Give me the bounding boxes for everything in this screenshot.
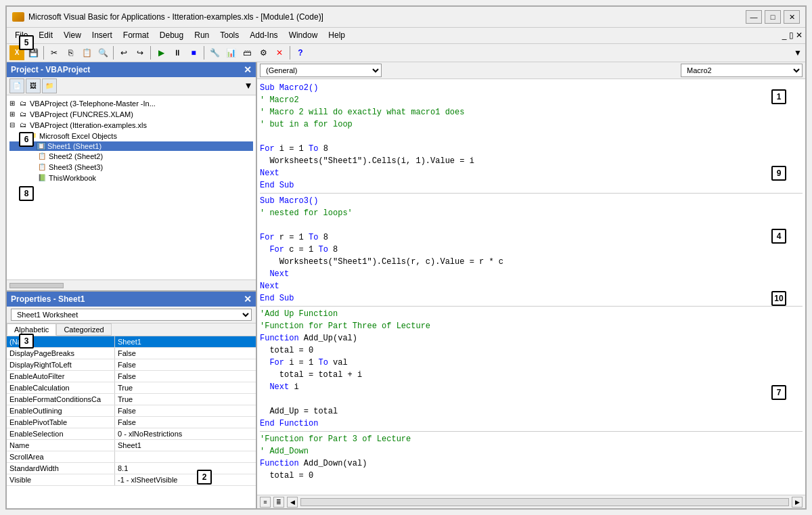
toolbar-btn-5[interactable]: 🔧 [207, 45, 222, 60]
code-sep-2 [260, 306, 803, 307]
toolbar-sep-2 [113, 46, 114, 60]
toolbar-btn-9[interactable]: ✕ [272, 45, 287, 60]
toolbar-pause-btn[interactable]: ⏸ [170, 45, 185, 60]
view-object-btn[interactable]: ≡ [260, 497, 271, 508]
props-val-standardwidth: 8.1 [115, 463, 256, 474]
close-button[interactable]: ✕ [784, 10, 800, 24]
props-key-displayrighttoleft: DisplayRightToLeft [7, 359, 115, 370]
toolbar-run-btn[interactable]: ▶ [154, 45, 168, 60]
proj-view-form-btn[interactable]: 🖼 [26, 79, 41, 93]
toolbar-scroll-btn[interactable]: ▼ [793, 45, 803, 60]
menu-addins[interactable]: Add-Ins [244, 29, 283, 41]
hscrollbar[interactable] [300, 498, 789, 506]
code-dropdown-general[interactable]: (General) [260, 64, 382, 77]
minimize-button[interactable]: — [746, 10, 762, 24]
project-scroll-btn[interactable]: ▼ [244, 79, 253, 93]
properties-panel: Properties - Sheet1 ✕ Sheet1 Worksheet A… [7, 292, 256, 508]
toolbar-redo-btn[interactable]: ↪ [133, 45, 148, 60]
sheet-icon-2: 📋 [37, 152, 47, 161]
toolbar-btn-8[interactable]: ⚙ [256, 45, 271, 60]
scroll-right-btn[interactable]: ▶ [792, 497, 803, 508]
tree-item-sheet3[interactable]: 📋 Sheet3 (Sheet3) [9, 162, 253, 173]
toolbar-find-btn[interactable]: 🔍 [95, 45, 110, 60]
tree-item-vbaproject1[interactable]: ⊞ 🗂 VBAProject (3-Telephone-Master -In..… [9, 98, 253, 109]
props-row-name2[interactable]: Name Sheet1 [7, 440, 256, 451]
props-row-displaypagebreaks[interactable]: DisplayPageBreaks False [7, 348, 256, 359]
menu-view[interactable]: View [58, 29, 87, 41]
props-val-enableselection: 0 - xlNoRestrictions [115, 428, 256, 439]
props-val-displaypagebreaks: False [115, 348, 256, 359]
code-bottom-bar: ≡ ≣ ◀ ▶ [257, 495, 805, 508]
restore-btn[interactable]: _ ▯ ✕ [782, 30, 803, 40]
properties-dropdown[interactable]: Sheet1 Worksheet [11, 309, 252, 321]
properties-panel-close[interactable]: ✕ [244, 294, 252, 305]
menu-window[interactable]: Window [284, 29, 323, 41]
props-tab-categorized[interactable]: Categorized [56, 323, 111, 336]
menu-debug[interactable]: Debug [154, 29, 189, 41]
menu-format[interactable]: Format [118, 29, 154, 41]
proj-toggle-folders-btn[interactable]: 📁 [42, 79, 57, 93]
scroll-left-btn[interactable]: ◀ [287, 497, 298, 508]
view-proc-btn[interactable]: ≣ [273, 497, 284, 508]
props-row-enableformatconditions[interactable]: EnableFormatConditionsCa True [7, 394, 256, 405]
props-val-enablecalculation: True [115, 382, 256, 393]
toolbar-copy-btn[interactable]: ⎘ [63, 45, 78, 60]
props-row-enablepivottable[interactable]: EnablePivotTable False [7, 417, 256, 428]
menu-insert[interactable]: Insert [87, 29, 118, 41]
menu-tools[interactable]: Tools [215, 29, 244, 41]
code-editor[interactable]: Sub Macro2() ' Macro2 ' Macro 2 will do … [257, 79, 805, 495]
toolbar-cut-btn[interactable]: ✂ [47, 45, 62, 60]
props-row-enableoutlining[interactable]: EnableOutlining False [7, 405, 256, 417]
tree-item-sheet2[interactable]: 📋 Sheet2 (Sheet2) [9, 151, 253, 162]
tree-item-thisworkbook[interactable]: 📗 ThisWorkbook [9, 173, 253, 183]
tree-label-3: VBAProject (Itteration-examples.xls [30, 121, 147, 129]
props-row-enableautofilter[interactable]: EnableAutoFilter False [7, 371, 256, 382]
props-row-visible[interactable]: Visible -1 - xlSheetVisible [7, 474, 256, 486]
tree-item-vbaproject3[interactable]: ⊟ 🗂 VBAProject (Itteration-examples.xls [9, 120, 253, 131]
props-key-standardwidth: StandardWidth [7, 463, 115, 474]
code-header: (General) Macro2 [257, 62, 805, 79]
project-panel-close[interactable]: ✕ [244, 64, 252, 75]
toolbar-stop-btn[interactable]: ■ [186, 45, 201, 60]
code-line-5: For i = 1 To 8 [260, 143, 803, 155]
props-row-enableselection[interactable]: EnableSelection 0 - xlNoRestrictions [7, 428, 256, 440]
menu-edit[interactable]: Edit [33, 29, 58, 41]
code-line-3: ' Macro 2 will do exactly what macro1 do… [260, 106, 803, 118]
sheet-icon-3: 📋 [37, 162, 47, 172]
toolbar-btn-6[interactable]: 📊 [223, 45, 238, 60]
props-key-displaypagebreaks: DisplayPageBreaks [7, 348, 115, 359]
props-row-name[interactable]: (Name) Sheet1 [7, 336, 256, 348]
maximize-button[interactable]: □ [765, 10, 781, 24]
expand-icon-1[interactable]: ⊞ [9, 99, 18, 107]
expand-icon-3[interactable]: ⊟ [9, 121, 18, 129]
code-line-2: ' Macro2 [260, 94, 803, 106]
tree-item-excel-objects[interactable]: ⊟ 📁 Microsoft Excel Objects [9, 131, 253, 141]
toolbar-sep-3 [150, 46, 151, 60]
code-dropdown-macro[interactable]: Macro2 [681, 64, 803, 77]
toolbar-btn-7[interactable]: 🗃 [240, 45, 254, 60]
project-tree: ⊞ 🗂 VBAProject (3-Telephone-Master -In..… [7, 95, 256, 279]
menu-run[interactable]: Run [189, 29, 215, 41]
props-key-enableformatconditions: EnableFormatConditionsCa [7, 394, 115, 405]
props-row-enablecalculation[interactable]: EnableCalculation True [7, 382, 256, 394]
project-icon-2: 🗂 [18, 110, 28, 119]
expand-icon-2[interactable]: ⊞ [9, 110, 18, 118]
project-panel-toolbar: 📄 🖼 📁 ▼ [7, 77, 256, 95]
toolbar-undo-btn[interactable]: ↩ [116, 45, 131, 60]
code-line-6: Worksheets("Sheet1").Cells(i, 1).Value =… [260, 155, 803, 167]
props-row-scrollarea[interactable]: ScrollArea [7, 451, 256, 463]
code-line-blank-1 [260, 131, 803, 143]
props-row-displayrighttoleft[interactable]: DisplayRightToLeft False [7, 359, 256, 371]
toolbar-paste-btn[interactable]: 📋 [79, 45, 94, 60]
code-line-17: 'Add Up Function [260, 308, 803, 320]
tree-item-sheet1[interactable]: 📋 Sheet1 (Sheet1) [9, 141, 253, 151]
app-icon [12, 12, 24, 22]
tree-item-vbaproject2[interactable]: ⊞ 🗂 VBAProject (FUNCRES.XLAM) [9, 109, 253, 120]
toolbar-help-btn[interactable]: ? [293, 45, 308, 60]
proj-view-code-btn[interactable]: 📄 [9, 79, 24, 93]
props-row-standardwidth[interactable]: StandardWidth 8.1 [7, 463, 256, 474]
props-key-scrollarea: ScrollArea [7, 451, 115, 462]
code-line-9: Sub Macro3() [260, 195, 803, 207]
menu-help[interactable]: Help [323, 29, 351, 41]
project-panel-header: Project - VBAProject ✕ [7, 62, 256, 77]
